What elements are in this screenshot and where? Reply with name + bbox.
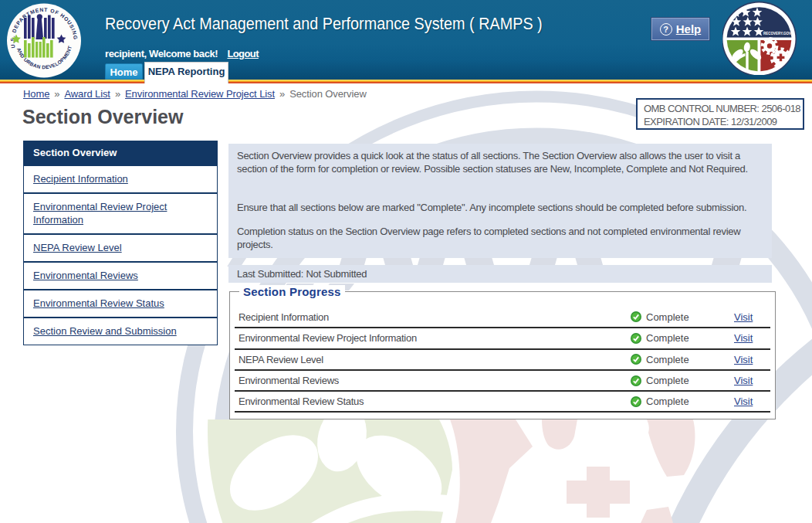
svg-text:RECOVERY.GOV: RECOVERY.GOV	[763, 31, 791, 36]
